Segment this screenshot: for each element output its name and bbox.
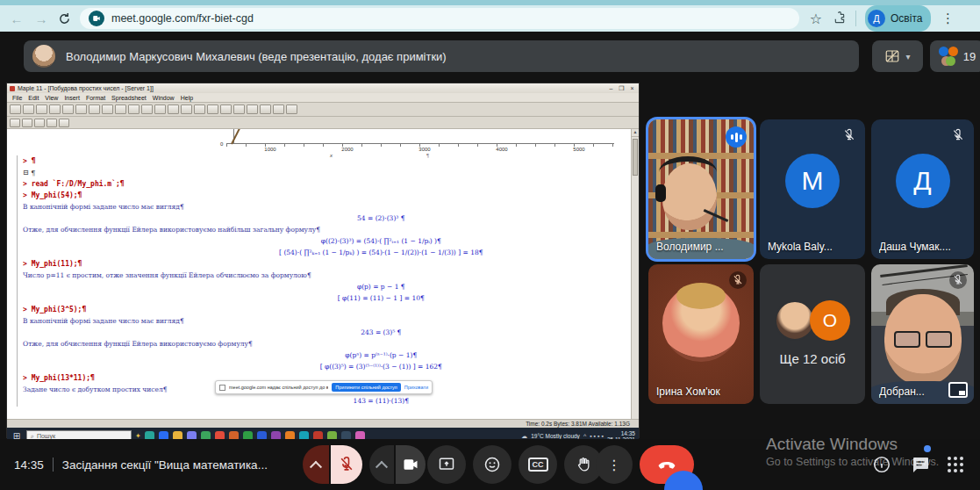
change-layout-button[interactable]: ▾ — [872, 40, 923, 72]
menu-item[interactable]: Insert — [64, 95, 80, 101]
scrollbar[interactable]: ▲ — [631, 129, 639, 419]
toolbar-button[interactable] — [260, 104, 271, 114]
picture-in-picture-icon[interactable] — [948, 382, 968, 398]
toolbar-button[interactable] — [181, 104, 192, 114]
hide-toast-button[interactable]: Приховати — [404, 385, 428, 390]
address-bar[interactable]: meet.google.com/fxr-biet-cgd — [80, 8, 799, 29]
menu-item[interactable]: Window — [153, 95, 175, 101]
tile-dasha[interactable]: Д Даша Чумак.... — [871, 119, 974, 259]
toolbar-button[interactable] — [46, 119, 57, 127]
refresh-icon[interactable] — [58, 12, 71, 25]
camera-options-button[interactable] — [369, 445, 394, 484]
maple-menubar: FileEditViewInsertFormatSpreadsheetWindo… — [7, 93, 639, 103]
weather-text[interactable]: 19°C Mostly cloudy — [531, 433, 580, 439]
tile-mykola[interactable]: M Mykola Baly... — [760, 119, 865, 259]
camera-button[interactable] — [396, 445, 426, 484]
worksheet-line: > My_phi(11);¶ — [23, 258, 630, 270]
menu-item[interactable]: View — [45, 95, 58, 101]
toolbar-button[interactable] — [75, 104, 87, 114]
toolbar-button[interactable] — [168, 104, 179, 114]
worksheet-line: [ φ((3)⁵) = (3)⁽⁵⁻⁽¹⁾⁾·(3 − (1)) ] = 162… — [23, 361, 630, 372]
back-icon[interactable]: ← — [9, 11, 25, 26]
checkbox[interactable] — [219, 385, 225, 391]
tile-volodymyr[interactable]: Володимир ... — [648, 119, 754, 259]
bookmark-star-icon[interactable]: ☆ — [808, 11, 824, 27]
worksheet-line: Отже, для обчислення функції Ейлера вико… — [23, 224, 630, 235]
scroll-up-arrow[interactable]: ▲ — [632, 129, 639, 137]
extensions-icon[interactable] — [833, 11, 847, 25]
worksheet-line: φ(pᵃ) = p⁽ᵃ⁻¹⁾·(p − 1)¶ — [23, 349, 630, 361]
toolbar-button[interactable] — [141, 104, 153, 114]
tile-dobran[interactable]: Добран... — [871, 264, 974, 404]
scroll-thumb[interactable] — [633, 139, 638, 176]
maple-statusbar: Time: 0.2s Bytes: 3.81M Available: 1.13G — [7, 420, 639, 428]
present-screen-button[interactable] — [427, 445, 466, 484]
toolbar-button[interactable] — [10, 119, 20, 127]
tick-label: 4000 — [463, 147, 540, 152]
browser-menu-icon[interactable]: ⋮ — [940, 11, 955, 26]
minimize-icon[interactable]: – — [607, 85, 615, 91]
menu-item[interactable]: Edit — [28, 95, 39, 101]
worksheet-line: В канонічній формі задане число має вигл… — [23, 315, 630, 327]
menu-item[interactable]: File — [12, 95, 22, 101]
tick-label: 1000 — [232, 147, 309, 152]
menu-item[interactable]: Spreadsheet — [111, 95, 147, 101]
toolbar-button[interactable] — [62, 104, 74, 114]
toolbar-button[interactable] — [128, 104, 139, 114]
speaking-indicator-icon — [726, 126, 747, 148]
toolbar-button[interactable] — [286, 104, 297, 114]
tick-label: 3000 — [386, 147, 463, 152]
toolbar-button[interactable] — [49, 104, 61, 114]
worksheet-line: [ (54)·( ∏²ₖ₌₁ (1 − 1/pₖ) ) = (54)·(1 − … — [23, 247, 630, 258]
activities-grid-icon[interactable] — [946, 455, 965, 474]
maximize-icon[interactable]: ❐ — [618, 85, 626, 92]
toolbar-button[interactable] — [233, 104, 245, 114]
url-text: meet.google.com/fxr-biet-cgd — [111, 12, 254, 25]
close-icon[interactable]: × — [628, 85, 636, 91]
presenter-banner[interactable]: Володимир Маркусович Михалевич (веде пре… — [24, 40, 859, 72]
share-message: meet.google.com надає спільний доступ до… — [229, 385, 328, 390]
mic-off-icon — [949, 271, 967, 289]
toolbar-button[interactable] — [23, 104, 34, 114]
toolbar-button[interactable] — [102, 104, 113, 114]
meet-camera-icon — [89, 11, 104, 26]
presenter-name: Володимир Маркусович Михалевич (веде пре… — [66, 50, 447, 63]
tray-icons: ▪ ▪ ▪ ▪ — [590, 433, 604, 439]
mic-options-button[interactable] — [303, 445, 329, 484]
reactions-button[interactable] — [473, 445, 511, 484]
menu-item[interactable]: Help — [181, 95, 193, 101]
worksheet-line: φ((2)·(3)³) = (54)·( ∏²ᵢ₌₁ (1 − 1/pᵢ) )¶ — [23, 235, 630, 247]
toolbar-button[interactable] — [36, 104, 47, 114]
toolbar-button[interactable] — [115, 104, 126, 114]
toolbar-button[interactable] — [207, 104, 218, 114]
forward-icon[interactable]: → — [33, 11, 49, 26]
stop-sharing-button[interactable]: Припинити спільний доступ — [332, 383, 400, 392]
toolbar-button[interactable] — [59, 119, 69, 127]
plot-origin-label: 0 — [220, 141, 223, 147]
tray-collapse-icon[interactable]: ^ — [583, 433, 586, 439]
toolbar-button[interactable] — [89, 104, 100, 114]
tile-overflow[interactable]: O Ще 12 осіб — [760, 264, 865, 404]
toolbar-button[interactable] — [34, 119, 45, 127]
tile-iryna[interactable]: Ірина Хом'юк — [648, 264, 754, 404]
captions-button[interactable]: CC — [519, 445, 557, 484]
more-options-button[interactable]: ⋮ — [596, 445, 633, 484]
layout-grid-icon — [884, 48, 900, 64]
toolbar-button[interactable] — [194, 104, 205, 114]
toolbar-button[interactable] — [220, 104, 232, 114]
profile-chip[interactable]: Д Освіта — [865, 5, 931, 32]
participants-avatars — [939, 47, 958, 66]
toolbar-button[interactable] — [273, 104, 284, 114]
participants-button[interactable]: 19 — [930, 40, 980, 72]
toolbar-button[interactable] — [10, 104, 21, 114]
chat-notification-dot — [924, 445, 931, 452]
toolbar-button[interactable] — [247, 104, 258, 114]
worksheet-line: В канонічній формі задане число має вигл… — [23, 201, 630, 213]
menu-item[interactable]: Format — [86, 95, 105, 101]
toolbar-button[interactable] — [154, 104, 166, 114]
worksheet-line: 243 = (3)⁵ ¶ — [23, 327, 630, 338]
mic-mute-button[interactable] — [331, 445, 362, 484]
toolbar-button[interactable] — [22, 119, 32, 127]
maple-context-toolbar — [7, 117, 639, 129]
worksheet-line: > read `F:/D/My_phi.m`;¶ — [23, 178, 630, 190]
